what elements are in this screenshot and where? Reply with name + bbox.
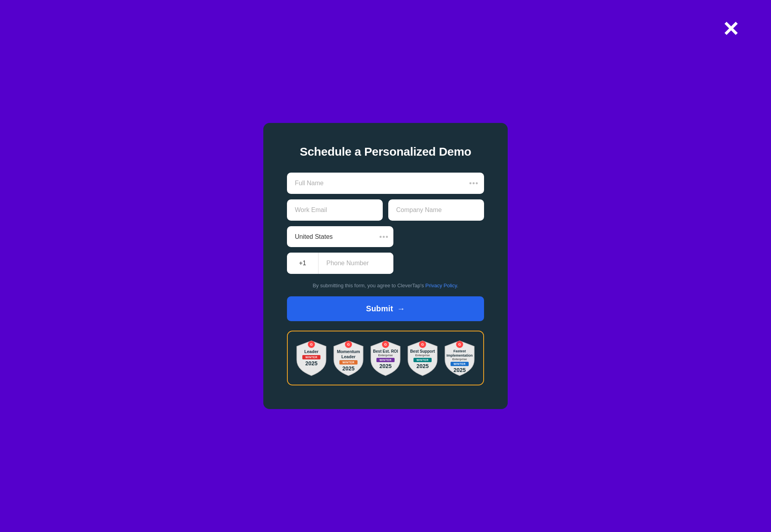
privacy-policy-link[interactable]: Privacy Policy	[425, 283, 457, 288]
badge-title: Fastest Implementation	[443, 349, 476, 358]
phone-code-input[interactable]	[287, 253, 318, 274]
dots-icon	[469, 182, 478, 184]
country-select[interactable]: United States United Kingdom India Germa…	[287, 226, 393, 247]
badge-ribbon: WINTER	[451, 362, 469, 366]
company-name-wrapper	[388, 199, 484, 221]
submit-label: Submit	[366, 304, 393, 313]
badge-ribbon: WINTER	[376, 358, 395, 362]
badge-leader: G Leader WINTER 2025	[295, 339, 328, 377]
modal-title: Schedule a Personalized Demo	[287, 145, 484, 158]
full-name-input[interactable]	[287, 173, 484, 194]
badge-year: 2025	[416, 363, 428, 369]
modal-container: Schedule a Personalized Demo	[263, 123, 508, 409]
country-wrapper: United States United Kingdom India Germa…	[287, 226, 393, 247]
company-name-input[interactable]	[388, 199, 484, 221]
badge-title: Leader	[304, 349, 318, 354]
g2-logo: G	[345, 341, 352, 348]
badge-momentum-leader: G Momentum Leader WINTER 2025	[332, 339, 365, 377]
phone-wrapper	[287, 253, 393, 274]
form: United States United Kingdom India Germa…	[287, 173, 484, 321]
close-button[interactable]: ✕	[722, 19, 739, 39]
submit-arrow: →	[397, 304, 405, 313]
g2-logo: G	[308, 341, 315, 348]
privacy-text: By submitting this form, you agree to Cl…	[287, 283, 484, 288]
phone-number-input[interactable]	[318, 253, 393, 274]
submit-button[interactable]: Submit →	[287, 296, 484, 321]
full-name-wrapper	[287, 173, 484, 194]
badge-best-roi: G Best Est. ROI Enterprise WINTER 2025	[369, 339, 402, 377]
work-email-input[interactable]	[287, 199, 383, 221]
badge-subtitle: Enterprise	[378, 354, 393, 357]
g2-logo: G	[382, 341, 389, 348]
country-dots-icon	[380, 236, 388, 238]
badge-year: 2025	[342, 365, 354, 372]
badge-year: 2025	[379, 363, 391, 369]
badge-ribbon: WINTER	[302, 355, 321, 359]
work-email-wrapper	[287, 199, 383, 221]
badge-year: 2025	[305, 360, 317, 366]
badges-section: G Leader WINTER 2025 G Momentum Leader W…	[287, 331, 484, 385]
badge-subtitle: Enterprise	[452, 358, 467, 361]
g2-logo: G	[419, 341, 426, 348]
badge-title: Momentum Leader	[332, 349, 365, 359]
badge-best-support: G Best Support Enterprise WINTER 2025	[406, 339, 439, 377]
badge-fastest-impl: G Fastest Implementation Enterprise WINT…	[443, 339, 476, 377]
g2-logo: G	[456, 341, 463, 348]
badge-subtitle: Enterprise	[415, 354, 430, 357]
badge-ribbon: WINTER	[339, 360, 358, 365]
badge-year: 2025	[453, 367, 466, 373]
badge-ribbon: WINTER	[413, 358, 432, 362]
email-company-row	[287, 199, 484, 221]
